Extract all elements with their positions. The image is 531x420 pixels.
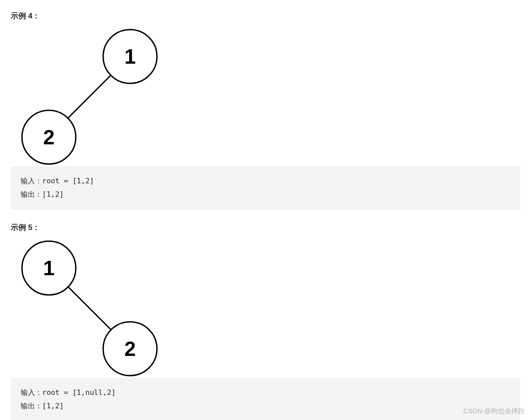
tree-node-root-label: 1 [124,45,136,68]
example-4-output-line: 输出：[1,2] [21,190,64,199]
tree-node-leftchild-label: 2 [43,126,55,149]
tree-edge [68,287,111,329]
example-4-block: 示例 4： 1 2 输入：root = [1,2] 输出：[1,2] [11,11,520,210]
tree-edge [68,75,111,118]
tree-node-root-label: 1 [43,256,55,280]
example-4-input-line: 输入：root = [1,2] [21,177,94,185]
example-5-tree-diagram: 1 2 [11,239,163,378]
example-4-title: 示例 4： [11,11,520,21]
example-5-input-line: 输入：root = [1,null,2] [21,388,116,397]
example-5-block: 示例 5： 1 2 输入：root = [1,null,2] 输出：[1,2] [11,222,520,420]
example-4-tree-diagram: 1 2 [11,27,163,166]
tree-node-rightchild-label: 2 [124,337,136,360]
example-5-title: 示例 5： [11,222,520,233]
example-5-output-line: 输出：[1,2] [21,402,64,410]
example-4-code-block: 输入：root = [1,2] 输出：[1,2] [11,166,520,210]
example-5-code-block: 输入：root = [1,null,2] 输出：[1,2] [11,378,520,420]
watermark-text: CSDN @狗也会摔跤 [463,407,525,416]
